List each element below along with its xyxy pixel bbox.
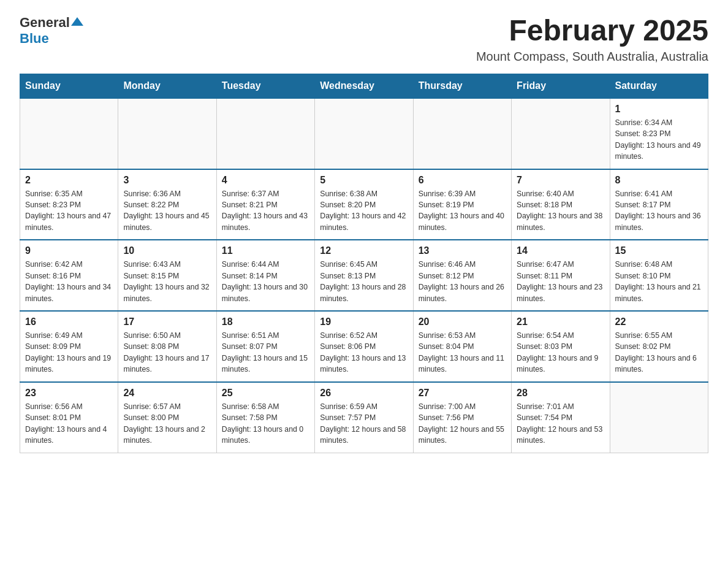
day-number: 18 xyxy=(222,316,309,327)
day-info: Sunrise: 6:59 AM Sunset: 7:57 PM Dayligh… xyxy=(320,401,408,446)
day-info: Sunrise: 6:58 AM Sunset: 7:58 PM Dayligh… xyxy=(222,401,309,446)
day-number: 5 xyxy=(320,175,408,186)
day-number: 25 xyxy=(222,388,309,399)
day-info: Sunrise: 6:54 AM Sunset: 8:03 PM Dayligh… xyxy=(517,330,604,375)
logo-blue: Blue xyxy=(20,31,49,47)
calendar-cell: 22Sunrise: 6:55 AM Sunset: 8:02 PM Dayli… xyxy=(610,311,708,382)
day-info: Sunrise: 6:52 AM Sunset: 8:06 PM Dayligh… xyxy=(320,330,408,375)
calendar-cell: 18Sunrise: 6:51 AM Sunset: 8:07 PM Dayli… xyxy=(216,311,314,382)
day-info: Sunrise: 6:43 AM Sunset: 8:15 PM Dayligh… xyxy=(123,259,211,304)
day-info: Sunrise: 6:39 AM Sunset: 8:19 PM Dayligh… xyxy=(419,188,506,234)
calendar-cell: 15Sunrise: 6:48 AM Sunset: 8:10 PM Dayli… xyxy=(610,240,708,311)
day-number: 6 xyxy=(419,175,506,186)
day-info: Sunrise: 6:47 AM Sunset: 8:11 PM Dayligh… xyxy=(517,259,604,304)
calendar-cell: 10Sunrise: 6:43 AM Sunset: 8:15 PM Dayli… xyxy=(118,240,216,311)
day-number: 21 xyxy=(517,316,604,327)
day-number: 13 xyxy=(419,245,506,256)
day-number: 17 xyxy=(123,316,211,327)
calendar-cell: 19Sunrise: 6:52 AM Sunset: 8:06 PM Dayli… xyxy=(315,311,413,382)
calendar-cell: 20Sunrise: 6:53 AM Sunset: 8:04 PM Dayli… xyxy=(413,311,511,382)
calendar-cell: 26Sunrise: 6:59 AM Sunset: 7:57 PM Dayli… xyxy=(315,382,413,453)
calendar-cell: 5Sunrise: 6:38 AM Sunset: 8:20 PM Daylig… xyxy=(315,169,413,240)
day-number: 19 xyxy=(320,316,408,327)
calendar-cell: 8Sunrise: 6:41 AM Sunset: 8:17 PM Daylig… xyxy=(610,169,708,240)
header-friday: Friday xyxy=(512,74,610,98)
day-info: Sunrise: 6:36 AM Sunset: 8:22 PM Dayligh… xyxy=(123,188,211,234)
calendar-cell: 21Sunrise: 6:54 AM Sunset: 8:03 PM Dayli… xyxy=(512,311,610,382)
day-info: Sunrise: 6:55 AM Sunset: 8:02 PM Dayligh… xyxy=(615,330,703,375)
logo-general: General xyxy=(20,15,70,31)
day-number: 20 xyxy=(419,316,506,327)
header: General Blue February 2025 Mount Compass… xyxy=(20,15,708,64)
day-info: Sunrise: 6:57 AM Sunset: 8:00 PM Dayligh… xyxy=(123,401,211,446)
calendar-cell: 11Sunrise: 6:44 AM Sunset: 8:14 PM Dayli… xyxy=(216,240,314,311)
day-info: Sunrise: 6:49 AM Sunset: 8:09 PM Dayligh… xyxy=(25,330,113,375)
calendar-cell: 9Sunrise: 6:42 AM Sunset: 8:16 PM Daylig… xyxy=(20,240,118,311)
day-info: Sunrise: 6:44 AM Sunset: 8:14 PM Dayligh… xyxy=(222,259,309,304)
day-number: 22 xyxy=(615,316,703,327)
calendar-cell: 28Sunrise: 7:01 AM Sunset: 7:54 PM Dayli… xyxy=(512,382,610,453)
day-number: 23 xyxy=(25,388,113,399)
calendar-cell xyxy=(118,98,216,169)
day-info: Sunrise: 6:35 AM Sunset: 8:23 PM Dayligh… xyxy=(25,188,113,234)
calendar-week-2: 2Sunrise: 6:35 AM Sunset: 8:23 PM Daylig… xyxy=(20,169,708,240)
day-number: 2 xyxy=(25,175,113,186)
calendar-cell: 4Sunrise: 6:37 AM Sunset: 8:21 PM Daylig… xyxy=(216,169,314,240)
calendar-cell: 7Sunrise: 6:40 AM Sunset: 8:18 PM Daylig… xyxy=(512,169,610,240)
calendar-cell: 3Sunrise: 6:36 AM Sunset: 8:22 PM Daylig… xyxy=(118,169,216,240)
day-number: 15 xyxy=(615,245,703,256)
header-sunday: Sunday xyxy=(20,74,118,98)
day-info: Sunrise: 6:48 AM Sunset: 8:10 PM Dayligh… xyxy=(615,259,703,304)
header-thursday: Thursday xyxy=(413,74,511,98)
day-number: 16 xyxy=(25,316,113,327)
day-number: 7 xyxy=(517,175,604,186)
location-title: Mount Compass, South Australia, Australi… xyxy=(476,50,708,64)
day-info: Sunrise: 6:41 AM Sunset: 8:17 PM Dayligh… xyxy=(615,188,703,234)
day-info: Sunrise: 6:50 AM Sunset: 8:08 PM Dayligh… xyxy=(123,330,211,375)
calendar-cell: 13Sunrise: 6:46 AM Sunset: 8:12 PM Dayli… xyxy=(413,240,511,311)
header-tuesday: Tuesday xyxy=(216,74,314,98)
day-info: Sunrise: 6:40 AM Sunset: 8:18 PM Dayligh… xyxy=(517,188,604,234)
day-number: 28 xyxy=(517,388,604,399)
calendar-cell: 14Sunrise: 6:47 AM Sunset: 8:11 PM Dayli… xyxy=(512,240,610,311)
calendar-cell: 24Sunrise: 6:57 AM Sunset: 8:00 PM Dayli… xyxy=(118,382,216,453)
day-info: Sunrise: 6:46 AM Sunset: 8:12 PM Dayligh… xyxy=(419,259,506,304)
day-number: 12 xyxy=(320,245,408,256)
day-number: 8 xyxy=(615,175,703,186)
day-number: 27 xyxy=(419,388,506,399)
calendar-cell: 12Sunrise: 6:45 AM Sunset: 8:13 PM Dayli… xyxy=(315,240,413,311)
header-wednesday: Wednesday xyxy=(315,74,413,98)
calendar-cell xyxy=(20,98,118,169)
header-saturday: Saturday xyxy=(610,74,708,98)
day-number: 11 xyxy=(222,245,309,256)
calendar-cell xyxy=(315,98,413,169)
calendar-cell: 25Sunrise: 6:58 AM Sunset: 7:58 PM Dayli… xyxy=(216,382,314,453)
calendar-cell: 1Sunrise: 6:34 AM Sunset: 8:23 PM Daylig… xyxy=(610,98,708,169)
day-info: Sunrise: 6:42 AM Sunset: 8:16 PM Dayligh… xyxy=(25,259,113,304)
calendar-cell: 27Sunrise: 7:00 AM Sunset: 7:56 PM Dayli… xyxy=(413,382,511,453)
calendar-cell xyxy=(216,98,314,169)
day-number: 9 xyxy=(25,245,113,256)
weekday-header-row: Sunday Monday Tuesday Wednesday Thursday… xyxy=(20,74,708,98)
calendar-cell: 17Sunrise: 6:50 AM Sunset: 8:08 PM Dayli… xyxy=(118,311,216,382)
day-number: 1 xyxy=(615,104,703,115)
calendar-table: Sunday Monday Tuesday Wednesday Thursday… xyxy=(20,74,708,453)
calendar-week-5: 23Sunrise: 6:56 AM Sunset: 8:01 PM Dayli… xyxy=(20,382,708,453)
title-area: February 2025 Mount Compass, South Austr… xyxy=(476,15,708,64)
day-info: Sunrise: 6:34 AM Sunset: 8:23 PM Dayligh… xyxy=(615,117,703,163)
logo: General Blue xyxy=(20,15,83,47)
day-number: 10 xyxy=(123,245,211,256)
day-number: 4 xyxy=(222,175,309,186)
calendar-cell xyxy=(512,98,610,169)
calendar-cell: 23Sunrise: 6:56 AM Sunset: 8:01 PM Dayli… xyxy=(20,382,118,453)
day-number: 24 xyxy=(123,388,211,399)
day-info: Sunrise: 6:37 AM Sunset: 8:21 PM Dayligh… xyxy=(222,188,309,234)
day-info: Sunrise: 6:38 AM Sunset: 8:20 PM Dayligh… xyxy=(320,188,408,234)
month-title: February 2025 xyxy=(476,15,708,47)
day-number: 3 xyxy=(123,175,211,186)
day-info: Sunrise: 6:51 AM Sunset: 8:07 PM Dayligh… xyxy=(222,330,309,375)
calendar-cell xyxy=(610,382,708,453)
calendar-cell: 6Sunrise: 6:39 AM Sunset: 8:19 PM Daylig… xyxy=(413,169,511,240)
logo-triangle-icon xyxy=(71,17,83,26)
calendar-cell xyxy=(413,98,511,169)
